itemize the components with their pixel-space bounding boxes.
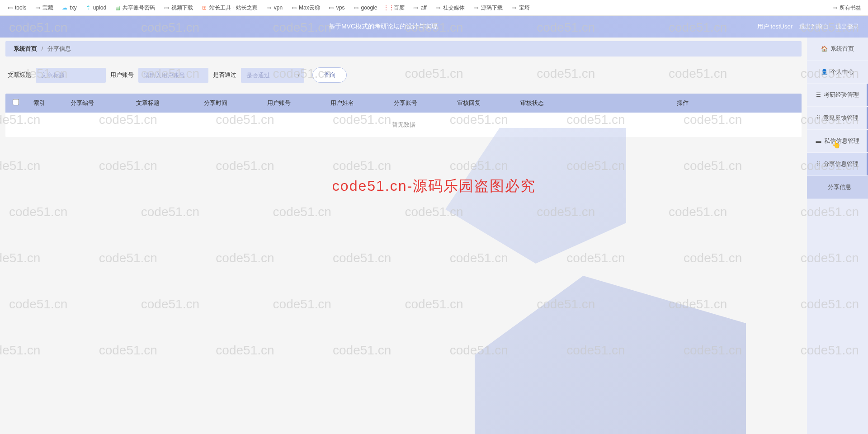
doc-icon: ▤ bbox=[114, 5, 121, 11]
folder-icon bbox=[353, 5, 359, 11]
bookmark-max-cloud[interactable]: Max云梯 bbox=[291, 4, 320, 12]
sidebar-label: 个人中心 bbox=[830, 68, 854, 76]
sidebar-subitem-share-info[interactable]: 分享信息 bbox=[807, 176, 868, 199]
folder-icon bbox=[328, 5, 335, 11]
bookmark-txy[interactable]: ☁txy bbox=[61, 5, 76, 11]
folder-icon bbox=[266, 5, 272, 11]
sidebar-item-share-manage[interactable]: ⠿ 分享信息管理 bbox=[807, 153, 868, 176]
sidebar-label: 私信信息管理 bbox=[824, 137, 859, 145]
bookmark-tools[interactable]: tools bbox=[7, 5, 26, 11]
th-share-id: 分享编号 bbox=[53, 94, 112, 113]
select-all-checkbox[interactable] bbox=[13, 99, 19, 105]
sidebar-label: 分享信息 bbox=[828, 183, 851, 191]
list-icon: ☰ bbox=[816, 92, 821, 98]
breadcrumb-separator: / bbox=[42, 45, 43, 52]
sidebar-label: 系统首页 bbox=[830, 45, 854, 53]
th-index: 索引 bbox=[26, 94, 53, 113]
home-icon: 🏠 bbox=[821, 46, 828, 52]
bookmark-vps[interactable]: vps bbox=[328, 5, 345, 11]
decorative-shape bbox=[475, 276, 746, 434]
th-share-account: 分享账号 bbox=[374, 94, 437, 113]
content-area: 系统首页 / 分享信息 文章标题 用户账号 是否通过 是否通过 查询 索引 分享… bbox=[0, 38, 807, 434]
breadcrumb-current: 分享信息 bbox=[47, 45, 71, 52]
breadcrumb: 系统首页 / 分享信息 bbox=[5, 41, 802, 57]
pass-select[interactable]: 是否通过 bbox=[241, 68, 304, 83]
folder-icon bbox=[435, 5, 441, 11]
query-button[interactable]: 查询 bbox=[312, 67, 347, 83]
folder-icon bbox=[291, 5, 297, 11]
folder-icon bbox=[473, 5, 479, 11]
bookmark-treasure[interactable]: 宝藏 bbox=[34, 4, 53, 12]
user-label[interactable]: 用户 testUser bbox=[757, 23, 793, 31]
decorative-shape bbox=[445, 128, 626, 264]
grid-icon: ⠿ bbox=[816, 115, 821, 121]
th-user-account: 用户账号 bbox=[247, 94, 311, 113]
bookmark-bt[interactable]: 宝塔 bbox=[511, 4, 530, 12]
screen-icon: ▬ bbox=[816, 138, 821, 144]
sidebar: 🏠 系统首页 👤 个人中心 ☰ 考研经验管理 ⠿ 意见反馈管理 ▬ 私信信息管理… bbox=[807, 38, 868, 434]
th-status: 审核状态 bbox=[500, 94, 564, 113]
user-label: 用户账号 bbox=[110, 71, 134, 79]
folder-icon bbox=[511, 5, 517, 11]
bookmark-vpn[interactable]: vpn bbox=[266, 5, 283, 11]
bookmark-webmaster-tools[interactable]: ⊞站长工具 - 站长之家 bbox=[201, 4, 258, 12]
table-header: 索引 分享编号 文章标题 分享时间 用户账号 用户姓名 分享账号 审核回复 审核… bbox=[5, 94, 802, 113]
baidu-icon: ⋮⋮ bbox=[386, 5, 392, 11]
user-input[interactable] bbox=[138, 68, 208, 83]
sidebar-label: 分享信息管理 bbox=[823, 160, 859, 168]
data-table: 索引 分享编号 文章标题 分享时间 用户账号 用户姓名 分享账号 审核回复 审核… bbox=[5, 94, 802, 137]
pass-label: 是否通过 bbox=[213, 71, 236, 79]
sidebar-item-private-msg[interactable]: ▬ 私信信息管理 bbox=[807, 130, 868, 153]
user-icon: 👤 bbox=[821, 69, 828, 75]
sidebar-label: 意见反馈管理 bbox=[823, 114, 859, 122]
logout-link[interactable]: 退出登录 bbox=[835, 23, 859, 31]
table-empty-state: 暂无数据 bbox=[5, 113, 802, 137]
header-actions: 用户 testUser 退出到前台 退出登录 bbox=[757, 23, 859, 31]
sidebar-label: 考研经验管理 bbox=[824, 91, 859, 99]
bookmark-baidu[interactable]: ⋮⋮百度 bbox=[386, 4, 405, 12]
sidebar-item-exam-experience[interactable]: ☰ 考研经验管理 bbox=[807, 84, 868, 107]
folder-icon bbox=[7, 5, 13, 11]
bookmark-all[interactable]: 所有书签 bbox=[831, 4, 861, 12]
sidebar-item-personal[interactable]: 👤 个人中心 bbox=[807, 61, 868, 84]
th-title: 文章标题 bbox=[112, 94, 184, 113]
bookmark-source-download[interactable]: 源码下载 bbox=[473, 4, 503, 12]
th-reply: 审核回复 bbox=[437, 94, 500, 113]
th-checkbox bbox=[5, 94, 26, 113]
bookmark-bar: tools 宝藏 ☁txy ⇡uplod ▤共享账号密码 视频下载 ⊞站长工具 … bbox=[0, 0, 868, 16]
th-action: 操作 bbox=[564, 94, 802, 113]
app-title: 基于MVC模式的考研论坛的设计与实现 bbox=[9, 23, 757, 31]
bookmark-shared-account[interactable]: ▤共享账号密码 bbox=[114, 4, 155, 12]
folder-icon bbox=[831, 5, 838, 11]
breadcrumb-home[interactable]: 系统首页 bbox=[14, 45, 37, 52]
sidebar-item-home[interactable]: 🏠 系统首页 bbox=[807, 38, 868, 61]
title-input[interactable] bbox=[36, 68, 106, 83]
title-label: 文章标题 bbox=[8, 71, 31, 79]
th-user-name: 用户姓名 bbox=[311, 94, 374, 113]
bookmark-aff[interactable]: aff bbox=[413, 5, 427, 11]
site-icon: ⊞ bbox=[201, 5, 208, 11]
sidebar-item-feedback[interactable]: ⠿ 意见反馈管理 bbox=[807, 107, 868, 130]
bookmark-upload[interactable]: ⇡uplod bbox=[85, 5, 106, 11]
app-header: 基于MVC模式的考研论坛的设计与实现 用户 testUser 退出到前台 退出登… bbox=[0, 16, 868, 38]
bookmark-google[interactable]: google bbox=[353, 5, 377, 11]
grid-icon: ⠿ bbox=[816, 161, 821, 167]
search-bar: 文章标题 用户账号 是否通过 是否通过 查询 bbox=[5, 67, 802, 83]
back-to-front-link[interactable]: 退出到前台 bbox=[799, 23, 829, 31]
folder-icon bbox=[163, 5, 170, 11]
cloud-icon: ☁ bbox=[61, 5, 68, 11]
bookmark-social-media[interactable]: 社交媒体 bbox=[435, 4, 465, 12]
folder-icon bbox=[34, 5, 41, 11]
bookmark-video-download[interactable]: 视频下载 bbox=[163, 4, 193, 12]
folder-icon bbox=[413, 5, 419, 11]
th-time: 分享时间 bbox=[184, 94, 247, 113]
upload-icon: ⇡ bbox=[85, 5, 91, 11]
